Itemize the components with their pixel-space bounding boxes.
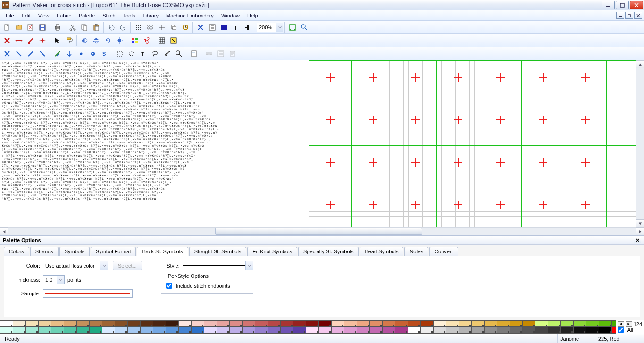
mdi-minimize-button[interactable] [616, 12, 624, 19]
menu-window[interactable]: Window [217, 11, 243, 20]
chevron-down-icon[interactable] [245, 261, 253, 270]
rotate-icon[interactable] [102, 35, 113, 46]
color-swatch[interactable] [357, 320, 369, 327]
tab-specialty-st-symbols[interactable]: Specialty St. Symbols [298, 247, 359, 256]
layers-icon[interactable] [168, 22, 179, 33]
zoom-combo[interactable] [257, 23, 283, 32]
save-icon[interactable] [37, 22, 48, 33]
color-swatch[interactable] [293, 320, 306, 327]
color-swatch[interactable] [51, 320, 64, 327]
color-swatch[interactable] [586, 320, 599, 327]
menu-file[interactable]: File [2, 11, 18, 20]
color-swatch[interactable] [217, 327, 229, 334]
count-icon[interactable]: 123 [141, 35, 152, 46]
undo-icon[interactable] [106, 22, 117, 33]
color-swatch[interactable] [127, 327, 140, 334]
color-swatch[interactable] [64, 320, 76, 327]
arrow-down-stitch-icon[interactable] [64, 48, 75, 59]
tab-bead-symbols[interactable]: Bead Symbols [360, 247, 403, 256]
color-combo-value[interactable] [43, 262, 100, 269]
grid-small-icon[interactable] [144, 22, 155, 33]
mdi-close-button[interactable] [634, 12, 642, 19]
color-swatch[interactable] [510, 327, 522, 334]
cross-stitch-red-icon[interactable] [1, 35, 12, 46]
close-button[interactable] [630, 1, 643, 9]
color-swatch[interactable] [140, 327, 153, 334]
color-swatch[interactable] [64, 327, 76, 334]
color-swatch[interactable] [51, 327, 64, 334]
color-swatch[interactable] [357, 327, 369, 334]
select-rect-icon[interactable] [114, 48, 125, 59]
tab-back-st-symbols[interactable]: Back St. Symbols [137, 247, 188, 256]
color-swatch[interactable] [408, 327, 420, 334]
color-swatch[interactable] [573, 327, 586, 334]
color-swatch[interactable] [204, 327, 217, 334]
color-swatch[interactable] [420, 320, 433, 327]
color-swatch[interactable] [599, 327, 611, 334]
color-swatch[interactable] [535, 327, 548, 334]
menu-edit[interactable]: Edit [18, 11, 34, 20]
flip-h-icon[interactable] [79, 35, 90, 46]
petite-icon[interactable] [52, 48, 63, 59]
color-swatch[interactable] [38, 327, 51, 334]
color-swatch[interactable] [153, 327, 166, 334]
color-swatch[interactable] [408, 320, 420, 327]
special-stitch-icon[interactable] [37, 35, 48, 46]
diag-left-icon[interactable] [25, 48, 36, 59]
scroll-left-icon[interactable] [0, 227, 8, 235]
convert-icon[interactable] [180, 22, 191, 33]
include-endpoints-label[interactable]: Include stitch endpoints [166, 283, 230, 289]
zoom-tool-icon[interactable] [173, 48, 184, 59]
color-swatch[interactable] [166, 327, 178, 334]
color-swatch[interactable] [166, 320, 178, 327]
panel-close-icon[interactable]: ✕ [634, 237, 641, 243]
eyedropper-icon[interactable] [161, 48, 172, 59]
palette-next-icon[interactable]: ► [626, 321, 632, 327]
menu-view[interactable]: View [34, 11, 53, 20]
color-swatch[interactable] [280, 327, 293, 334]
new-file-icon[interactable] [1, 22, 12, 33]
color-swatch[interactable] [89, 320, 102, 327]
grid-lines-icon[interactable] [242, 22, 253, 33]
color-swatch[interactable] [446, 320, 459, 327]
color-swatch[interactable] [25, 320, 38, 327]
zoom-icon[interactable] [299, 22, 309, 33]
style-combo[interactable] [183, 261, 253, 270]
delete-stitch-icon[interactable] [195, 22, 206, 33]
print-icon[interactable] [52, 22, 63, 33]
thickness-combo[interactable] [43, 275, 65, 284]
menu-stitch[interactable]: Stitch [99, 11, 119, 20]
color-swatch[interactable] [76, 327, 89, 334]
color-swatch[interactable] [395, 327, 408, 334]
specialty-s-icon[interactable]: S [99, 48, 110, 59]
menu-machine-embroidery[interactable]: Machine Embroidery [162, 11, 217, 20]
color-swatch[interactable] [522, 320, 535, 327]
color-palette-icon[interactable] [129, 35, 140, 46]
color-swatch[interactable] [293, 327, 306, 334]
color-swatch[interactable] [522, 327, 535, 334]
color-swatch[interactable] [459, 320, 471, 327]
color-swatch[interactable] [178, 327, 191, 334]
open-file-icon[interactable] [13, 22, 24, 33]
color-swatch[interactable] [382, 320, 395, 327]
palette-all-checkbox[interactable] [618, 327, 624, 333]
page-layout-icon[interactable] [188, 48, 199, 59]
color-swatch[interactable] [89, 327, 102, 334]
color-swatch[interactable] [13, 327, 25, 334]
bead-icon[interactable] [87, 48, 98, 59]
maximize-button[interactable] [616, 1, 629, 9]
mdi-restore-button[interactable] [625, 12, 633, 19]
color-swatch[interactable] [217, 320, 229, 327]
color-swatch[interactable] [471, 320, 484, 327]
color-swatch[interactable] [242, 327, 255, 334]
color-swatch[interactable] [204, 320, 217, 327]
color-swatch[interactable] [38, 320, 51, 327]
color-swatch[interactable] [115, 320, 127, 327]
tab-symbol-format[interactable]: Symbol Format [91, 247, 136, 256]
color-swatch[interactable] [191, 327, 204, 334]
color-swatch[interactable] [433, 320, 446, 327]
copy-icon[interactable] [79, 22, 90, 33]
menu-tools[interactable]: Tools [119, 11, 139, 20]
full-cross-icon[interactable] [1, 48, 12, 59]
color-swatch[interactable] [229, 327, 242, 334]
